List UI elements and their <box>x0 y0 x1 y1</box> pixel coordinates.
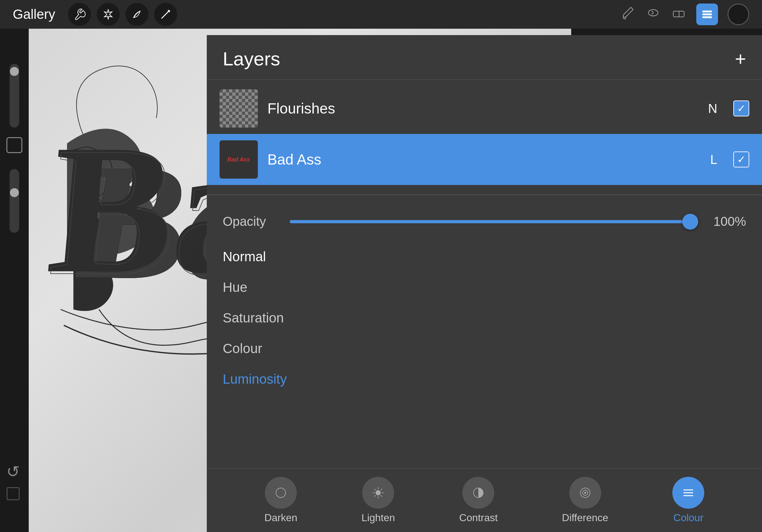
svg-line-17 <box>374 489 376 490</box>
layers-title: Layers <box>223 48 280 70</box>
svg-line-19 <box>381 489 382 490</box>
blend-modes-section: Normal Hue Saturation Colour Luminosity <box>207 235 762 401</box>
gallery-button[interactable]: Gallery <box>13 7 55 22</box>
badass-thumb: Bad Ass <box>219 140 258 179</box>
lighten-icon <box>362 477 394 509</box>
blend-mode-saturation[interactable]: Saturation <box>223 303 746 333</box>
layer-visibility-badass[interactable] <box>733 152 749 167</box>
blend-mode-hue[interactable]: Hue <box>223 272 746 303</box>
bottom-icon-colour[interactable]: Colour <box>672 477 704 524</box>
darken-label: Darken <box>265 512 297 524</box>
brush-size-thumb <box>10 67 19 76</box>
layer-name-badass: Bad Ass <box>267 151 701 168</box>
sketchbook-tool-button[interactable] <box>125 3 148 26</box>
checkerboard-thumb <box>219 89 258 128</box>
top-toolbar: Gallery <box>0 0 762 29</box>
layer-item-flourishes[interactable]: Flourishes N <box>207 83 762 134</box>
colour-label: Colour <box>673 512 703 524</box>
layers-panel: Layers + Flourishes N Bad Ass Bad Ass L … <box>207 35 762 532</box>
layer-thumbnail-flourishes <box>219 89 258 128</box>
blend-mode-normal[interactable]: Normal <box>223 241 746 272</box>
svg-point-12 <box>376 490 381 495</box>
color-picker-button[interactable] <box>727 4 749 25</box>
layer-name-flourishes: Flourishes <box>267 100 699 117</box>
transform-tool-button[interactable] <box>154 3 177 26</box>
smudge-right-tool[interactable] <box>645 5 661 24</box>
layer-visibility-flourishes[interactable] <box>733 100 749 116</box>
opacity-section: Opacity 100% <box>207 202 762 235</box>
svg-rect-4 <box>702 13 712 15</box>
svg-rect-3 <box>702 11 712 13</box>
opacity-slider-thumb <box>682 214 698 230</box>
opacity-label: Opacity <box>223 214 280 229</box>
contrast-icon <box>462 477 494 509</box>
brush-tool-button[interactable] <box>620 5 636 24</box>
layer-item-badass[interactable]: Bad Ass Bad Ass L <box>207 134 762 185</box>
svg-point-24 <box>584 492 586 494</box>
darken-icon <box>265 477 297 509</box>
opacity-value: 100% <box>708 214 746 229</box>
magic-tool-button[interactable] <box>97 3 120 26</box>
toolbar-right <box>620 4 749 25</box>
opacity-slider-left[interactable] <box>10 169 19 233</box>
color-square[interactable] <box>6 137 22 153</box>
layer-blend-badass: L <box>710 153 717 167</box>
bottom-left-controls: ↺ <box>6 462 20 500</box>
layer-thumbnail-badass: Bad Ass <box>219 140 258 179</box>
left-controls <box>6 64 22 233</box>
divider <box>207 195 762 195</box>
contrast-label: Contrast <box>459 512 498 524</box>
wrench-tool-button[interactable] <box>68 3 91 26</box>
difference-icon <box>569 477 601 509</box>
svg-line-18 <box>381 495 382 497</box>
brush-size-slider[interactable] <box>10 64 19 128</box>
bottom-icon-darken[interactable]: Darken <box>265 477 297 524</box>
layer-blend-flourishes: N <box>708 101 717 116</box>
bottom-icon-lighten[interactable]: Lighten <box>361 477 395 524</box>
add-layer-button[interactable]: + <box>735 49 746 69</box>
layers-list: Flourishes N Bad Ass Bad Ass L <box>207 80 762 188</box>
bottom-icon-contrast[interactable]: Contrast <box>459 477 498 524</box>
svg-rect-5 <box>702 16 712 18</box>
layers-tool[interactable] <box>696 4 718 25</box>
svg-line-20 <box>374 495 376 497</box>
layers-header: Layers + <box>207 35 762 80</box>
colour-icon <box>672 477 704 509</box>
bottom-icon-difference[interactable]: Difference <box>562 477 608 524</box>
lighten-label: Lighten <box>361 512 395 524</box>
svg-point-11 <box>276 488 286 498</box>
redo-indicator <box>7 487 20 500</box>
opacity-slider[interactable] <box>290 220 698 223</box>
bottom-icons-bar: Darken Lighten <box>207 468 762 532</box>
opacity-thumb-left <box>10 188 19 197</box>
blend-mode-luminosity[interactable]: Luminosity <box>223 364 746 395</box>
blend-mode-colour[interactable]: Colour <box>223 333 746 364</box>
eraser-tool[interactable] <box>671 5 687 24</box>
undo-button[interactable]: ↺ <box>6 462 20 481</box>
difference-label: Difference <box>562 512 608 524</box>
